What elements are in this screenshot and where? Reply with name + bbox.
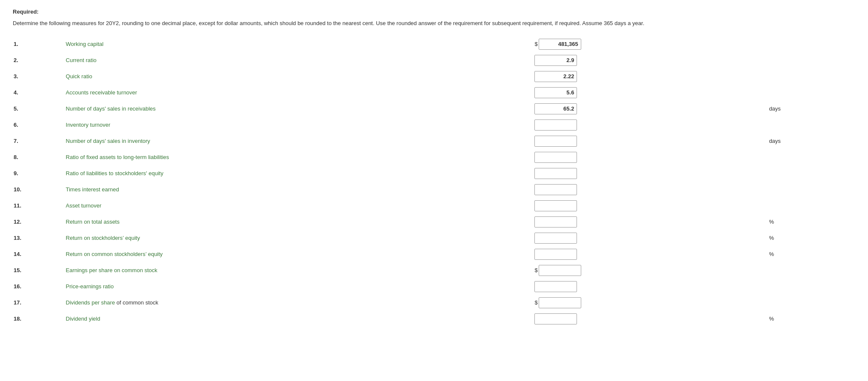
row-suffix: % <box>767 246 855 262</box>
row-number: 14. <box>13 246 64 262</box>
row-label: Return on stockholders’ equity <box>64 230 533 246</box>
row-label: Accounts receivable turnover <box>64 85 533 101</box>
row-label: Ratio of fixed assets to long-term liabi… <box>64 149 533 165</box>
instruction-text: Determine the following measures for 20Y… <box>13 19 651 28</box>
table-row: 8.Ratio of fixed assets to long-term lia… <box>13 149 855 165</box>
row-number: 1. <box>13 36 64 52</box>
table-row: 9.Ratio of liabilities to stockholders' … <box>13 165 855 182</box>
row-label: Number of days' sales in receivables <box>64 101 533 117</box>
row-label: Dividend yield <box>64 311 533 327</box>
row-number: 4. <box>13 85 64 101</box>
row-suffix <box>767 262 855 279</box>
row-number: 7. <box>13 133 64 149</box>
row-input-cell <box>533 85 767 101</box>
row-label: Times interest earned <box>64 182 533 198</box>
row-number: 6. <box>13 117 64 133</box>
required-label: Required: <box>13 9 855 15</box>
table-row: 15.Earnings per share on common stock$ <box>13 262 855 279</box>
measures-table: 1.Working capital$2.Current ratio3.Quick… <box>13 36 855 327</box>
row-number: 3. <box>13 68 64 85</box>
measure-input-field[interactable] <box>539 39 581 50</box>
row-label: Return on common stockholders’ equity <box>64 246 533 262</box>
row-label: Inventory turnover <box>64 117 533 133</box>
row-label: Quick ratio <box>64 68 533 85</box>
measure-input-field[interactable] <box>534 55 577 66</box>
row-input-cell <box>533 214 767 230</box>
table-row: 11.Asset turnover <box>13 198 855 214</box>
row-input-cell <box>533 311 767 327</box>
row-input-cell <box>533 117 767 133</box>
measure-input-field[interactable] <box>534 313 577 324</box>
table-row: 5.Number of days' sales in receivablesda… <box>13 101 855 117</box>
row-label: Number of days' sales in inventory <box>64 133 533 149</box>
table-row: 7.Number of days' sales in inventorydays <box>13 133 855 149</box>
row-suffix <box>767 198 855 214</box>
measure-input-field[interactable] <box>539 297 581 308</box>
measure-input-field[interactable] <box>534 119 577 131</box>
currency-prefix: $ <box>534 41 537 47</box>
table-row: 16.Price-earnings ratio <box>13 279 855 295</box>
measure-input-field[interactable] <box>534 87 577 98</box>
row-suffix <box>767 117 855 133</box>
currency-prefix: $ <box>534 267 537 273</box>
row-input-cell <box>533 230 767 246</box>
row-label: Ratio of liabilities to stockholders' eq… <box>64 165 533 182</box>
row-input-cell <box>533 279 767 295</box>
row-number: 17. <box>13 295 64 311</box>
row-number: 10. <box>13 182 64 198</box>
table-row: 14.Return on common stockholders’ equity… <box>13 246 855 262</box>
measure-input-field[interactable] <box>534 136 577 147</box>
measure-input-field[interactable] <box>534 103 577 114</box>
measure-input-field[interactable] <box>534 233 577 244</box>
table-row: 1.Working capital$ <box>13 36 855 52</box>
measure-input-field[interactable] <box>534 216 577 227</box>
row-input-cell <box>533 101 767 117</box>
row-suffix: days <box>767 133 855 149</box>
row-input-cell <box>533 133 767 149</box>
row-number: 2. <box>13 52 64 68</box>
measure-input-field[interactable] <box>534 281 577 292</box>
row-number: 11. <box>13 198 64 214</box>
measure-input-field[interactable] <box>534 200 577 211</box>
table-row: 13.Return on stockholders’ equity% <box>13 230 855 246</box>
row-label: Current ratio <box>64 52 533 68</box>
measure-input-field[interactable] <box>534 152 577 163</box>
row-input-cell <box>533 52 767 68</box>
row-input-cell <box>533 182 767 198</box>
row-suffix <box>767 52 855 68</box>
row-number: 13. <box>13 230 64 246</box>
row-suffix <box>767 68 855 85</box>
row-label: Price-earnings ratio <box>64 279 533 295</box>
measure-input-field[interactable] <box>534 184 577 195</box>
table-row: 3.Quick ratio <box>13 68 855 85</box>
row-suffix <box>767 36 855 52</box>
table-row: 6.Inventory turnover <box>13 117 855 133</box>
row-suffix <box>767 182 855 198</box>
row-number: 9. <box>13 165 64 182</box>
table-row: 17.Dividends per share of common stock$ <box>13 295 855 311</box>
row-input-cell: $ <box>533 262 767 279</box>
row-label: Dividends per share of common stock <box>64 295 533 311</box>
row-input-cell <box>533 198 767 214</box>
measure-input-field[interactable] <box>534 249 577 260</box>
row-suffix <box>767 295 855 311</box>
measure-input-field[interactable] <box>539 265 581 276</box>
row-input-cell <box>533 149 767 165</box>
row-number: 5. <box>13 101 64 117</box>
currency-prefix: $ <box>534 299 537 306</box>
row-number: 18. <box>13 311 64 327</box>
table-row: 4.Accounts receivable turnover <box>13 85 855 101</box>
row-suffix <box>767 279 855 295</box>
table-row: 12.Return on total assets% <box>13 214 855 230</box>
row-suffix: % <box>767 311 855 327</box>
measure-input-field[interactable] <box>534 168 577 179</box>
table-row: 2.Current ratio <box>13 52 855 68</box>
row-suffix <box>767 85 855 101</box>
row-suffix: days <box>767 101 855 117</box>
row-label: Return on total assets <box>64 214 533 230</box>
measure-input-field[interactable] <box>534 71 577 82</box>
row-input-cell <box>533 68 767 85</box>
row-number: 16. <box>13 279 64 295</box>
row-number: 12. <box>13 214 64 230</box>
row-number: 8. <box>13 149 64 165</box>
